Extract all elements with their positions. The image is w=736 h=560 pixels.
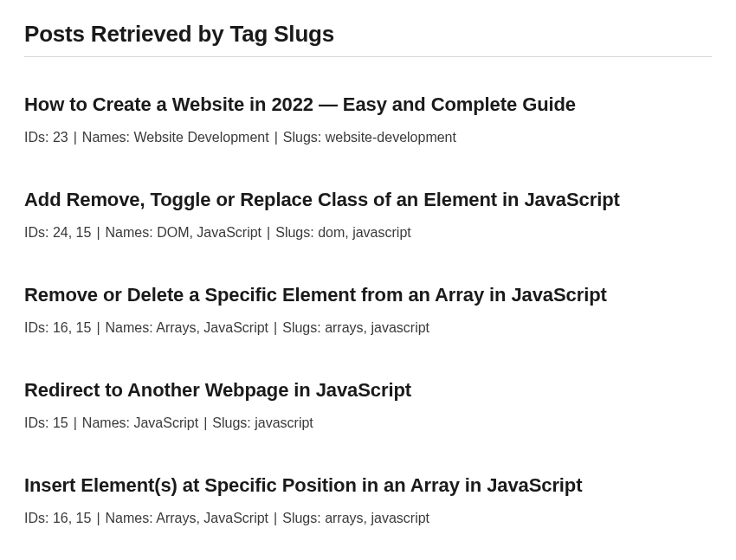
page-title: Posts Retrieved by Tag Slugs xyxy=(24,21,712,57)
separator: | xyxy=(74,415,77,430)
names-label: Names: xyxy=(82,130,130,145)
slugs-value: arrays, javascript xyxy=(325,511,429,525)
post-meta: IDs: 16, 15|Names: Arrays, JavaScript|Sl… xyxy=(24,320,712,336)
post-item: How to Create a Website in 2022 — Easy a… xyxy=(24,93,712,145)
separator: | xyxy=(96,320,100,335)
ids-label: IDs: xyxy=(24,320,48,335)
separator: | xyxy=(96,225,100,240)
names-label: Names: xyxy=(106,225,153,240)
post-item: Redirect to Another Webpage in JavaScrip… xyxy=(24,379,712,431)
names-label: Names: xyxy=(106,320,153,335)
slugs-label: Slugs: xyxy=(283,130,321,145)
separator: | xyxy=(74,130,77,145)
names-label: Names: xyxy=(106,511,153,525)
post-title[interactable]: How to Create a Website in 2022 — Easy a… xyxy=(24,93,712,116)
ids-label: IDs: xyxy=(24,225,48,240)
names-value: Arrays, JavaScript xyxy=(156,511,268,525)
ids-value: 15 xyxy=(53,415,68,430)
separator: | xyxy=(274,511,277,525)
names-value: Website Development xyxy=(133,130,268,145)
posts-list: How to Create a Website in 2022 — Easy a… xyxy=(24,93,712,526)
slugs-label: Slugs: xyxy=(275,225,313,240)
names-label: Names: xyxy=(82,415,130,430)
ids-value: 16, 15 xyxy=(53,320,91,335)
post-title[interactable]: Redirect to Another Webpage in JavaScrip… xyxy=(24,379,712,402)
separator: | xyxy=(274,320,277,335)
ids-label: IDs: xyxy=(24,511,48,525)
ids-label: IDs: xyxy=(24,130,48,145)
slugs-value: dom, javascript xyxy=(318,225,411,240)
slugs-value: arrays, javascript xyxy=(325,320,429,335)
separator: | xyxy=(274,130,278,145)
post-title[interactable]: Insert Element(s) at Specific Position i… xyxy=(24,474,712,497)
post-meta: IDs: 23|Names: Website Development|Slugs… xyxy=(24,130,712,145)
separator: | xyxy=(267,225,270,240)
names-value: Arrays, JavaScript xyxy=(156,320,268,335)
ids-value: 16, 15 xyxy=(53,511,91,525)
separator: | xyxy=(96,511,100,525)
post-item: Remove or Delete a Specific Element from… xyxy=(24,284,712,336)
names-value: DOM, JavaScript xyxy=(157,225,261,240)
slugs-label: Slugs: xyxy=(282,320,320,335)
separator: | xyxy=(203,415,207,430)
post-item: Insert Element(s) at Specific Position i… xyxy=(24,474,712,526)
ids-label: IDs: xyxy=(24,415,48,430)
ids-value: 24, 15 xyxy=(53,225,91,240)
names-value: JavaScript xyxy=(133,415,198,430)
ids-value: 23 xyxy=(53,130,68,145)
post-meta: IDs: 24, 15|Names: DOM, JavaScript|Slugs… xyxy=(24,225,712,241)
slugs-value: javascript xyxy=(255,415,313,430)
post-title[interactable]: Add Remove, Toggle or Replace Class of a… xyxy=(24,189,712,211)
post-meta: IDs: 15|Names: JavaScript|Slugs: javascr… xyxy=(24,415,712,431)
post-item: Add Remove, Toggle or Replace Class of a… xyxy=(24,189,712,241)
slugs-value: website-development xyxy=(326,130,456,145)
slugs-label: Slugs: xyxy=(282,511,320,525)
post-meta: IDs: 16, 15|Names: Arrays, JavaScript|Sl… xyxy=(24,511,712,526)
slugs-label: Slugs: xyxy=(212,415,250,430)
post-title[interactable]: Remove or Delete a Specific Element from… xyxy=(24,284,712,306)
